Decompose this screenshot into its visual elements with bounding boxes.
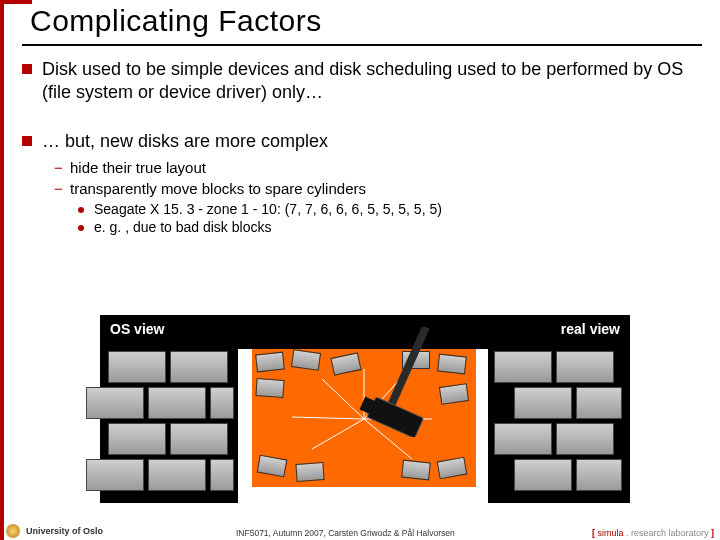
bullet-dot-icon bbox=[78, 207, 84, 213]
lab-bracket: ] bbox=[709, 528, 715, 538]
subsub-1-text: Seagate X 15. 3 - zone 1 - 10: (7, 7, 6,… bbox=[94, 201, 442, 217]
footer: University of Oslo INF5071, Autumn 2007,… bbox=[0, 522, 720, 540]
sub-1: − hide their true layout bbox=[54, 159, 702, 176]
dash-icon: − bbox=[54, 180, 70, 197]
dash-icon: − bbox=[54, 159, 70, 176]
sub-2: − transparently move blocks to spare cyl… bbox=[54, 180, 702, 197]
bullet-dot-icon bbox=[78, 225, 84, 231]
subsub-2-text: e. g. , due to bad disk blocks bbox=[94, 219, 271, 235]
lab-research: research laboratory bbox=[631, 528, 709, 538]
footer-lab: [ simula . research laboratory ] bbox=[592, 528, 714, 538]
divider bbox=[238, 349, 252, 503]
bullet-1-text: Disk used to be simple devices and disk … bbox=[42, 58, 702, 104]
subsub-1: Seagate X 15. 3 - zone 1 - 10: (7, 7, 6,… bbox=[78, 201, 702, 217]
slide-content: Disk used to be simple devices and disk … bbox=[22, 58, 702, 237]
divider bbox=[252, 487, 476, 503]
sublist: − hide their true layout − transparently… bbox=[54, 159, 702, 197]
bullet-square-icon bbox=[22, 64, 32, 74]
lab-dot: . bbox=[623, 528, 631, 538]
divider bbox=[474, 349, 488, 503]
university-crest-icon bbox=[6, 524, 20, 538]
lab-simula: simula bbox=[597, 528, 623, 538]
title-bar: Complicating Factors bbox=[22, 2, 702, 46]
bullet-1: Disk used to be simple devices and disk … bbox=[22, 58, 702, 104]
bullet-square-icon bbox=[22, 136, 32, 146]
comparison-figure: OS view real view bbox=[100, 315, 630, 503]
footer-course: INF5071, Autumn 2007, Carsten Griwodz & … bbox=[236, 528, 455, 538]
hammer-icon bbox=[352, 327, 472, 437]
bullet-2-text: … but, new disks are more complex bbox=[42, 130, 328, 153]
sub-2-text: transparently move blocks to spare cylin… bbox=[70, 180, 366, 197]
accent-side bbox=[0, 0, 4, 540]
figure-label-os: OS view bbox=[110, 321, 164, 337]
subsub-2: e. g. , due to bad disk blocks bbox=[78, 219, 702, 235]
brick-wall-os bbox=[108, 351, 232, 499]
footer-university: University of Oslo bbox=[26, 526, 103, 536]
brick-wall-real bbox=[494, 351, 622, 499]
page-title: Complicating Factors bbox=[30, 4, 702, 38]
figure-label-real: real view bbox=[561, 321, 620, 337]
sub-1-text: hide their true layout bbox=[70, 159, 206, 176]
bullet-2: … but, new disks are more complex bbox=[22, 130, 702, 153]
subsublist: Seagate X 15. 3 - zone 1 - 10: (7, 7, 6,… bbox=[78, 201, 702, 235]
